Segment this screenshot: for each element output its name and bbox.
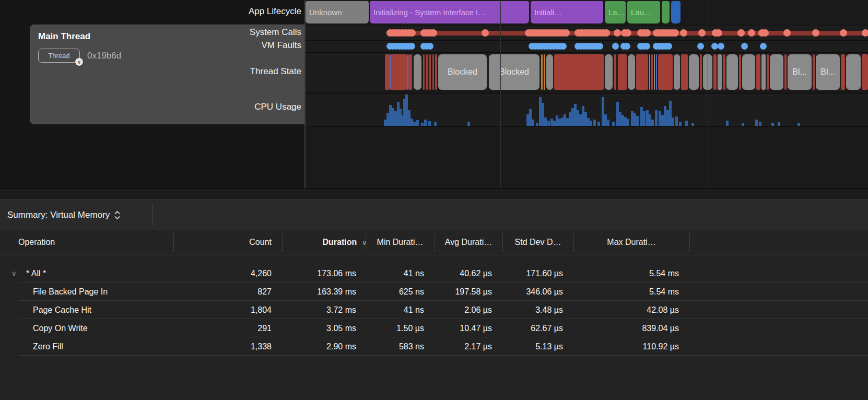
thread-state-segment[interactable] — [767, 54, 769, 90]
system-calls-track[interactable] — [306, 26, 868, 40]
lifecycle-segment[interactable]: La… — [605, 1, 626, 23]
column-header-op[interactable]: Operation — [18, 230, 55, 255]
disclosure-chevron-icon[interactable]: ∨ — [11, 264, 17, 283]
lifecycle-segment[interactable] — [662, 1, 670, 23]
thread-state-segment[interactable] — [770, 54, 783, 90]
thread-state-segment[interactable] — [846, 54, 861, 90]
thread-state-segment[interactable] — [674, 54, 680, 90]
cpu-usage-bar — [590, 121, 592, 126]
lifecycle-segment[interactable]: Unknown — [306, 1, 369, 23]
thread-state-segment[interactable] — [435, 54, 437, 90]
thread-state-segment[interactable] — [718, 54, 722, 90]
thread-state-segment[interactable] — [756, 54, 760, 90]
vm-faults-track[interactable] — [306, 40, 868, 53]
thread-state-segment[interactable] — [628, 54, 635, 90]
thread-state-segment[interactable] — [605, 54, 613, 90]
thread-state-segment[interactable] — [429, 54, 431, 90]
cpu-usage-bar — [413, 122, 416, 126]
system-call-dot — [643, 29, 651, 37]
thread-state-track-label: Thread State — [250, 66, 301, 77]
cell-min-duration: 1.50 µs — [396, 319, 424, 337]
cpu-usage-track[interactable] — [306, 93, 868, 127]
thread-state-segment[interactable] — [546, 54, 553, 90]
timeline: UnknownInitializing - System Interface I… — [306, 0, 868, 189]
column-header-label: Operation — [18, 238, 55, 246]
thread-state-segment[interactable] — [618, 54, 627, 90]
thread-state-segment[interactable] — [544, 54, 545, 90]
cell-count: 1,804 — [251, 301, 272, 319]
table-row[interactable]: ∨* All *4,260173.06 ms41 ns40.62 µs171.6… — [0, 264, 868, 283]
column-header-duration[interactable]: Duration∨ — [322, 230, 367, 255]
column-header-max[interactable]: Max Durati… — [573, 230, 689, 255]
lifecycle-segment[interactable] — [671, 1, 681, 23]
thread-state-segment[interactable] — [426, 54, 428, 90]
thread-state-segment[interactable] — [723, 54, 725, 90]
column-header-std[interactable]: Std Dev D… — [502, 230, 573, 255]
thread-state-segment[interactable] — [391, 54, 407, 90]
thread-state-segment[interactable] — [742, 54, 755, 90]
thread-state-segment[interactable] — [636, 54, 648, 90]
thread-state-segment[interactable] — [689, 54, 699, 90]
thread-state-segment[interactable] — [761, 54, 766, 90]
table-row[interactable]: File Backed Page In827163.39 ms625 ns197… — [0, 283, 868, 301]
thread-state-blocked-segment[interactable]: Bl... — [788, 54, 812, 90]
cpu-usage-bar — [636, 116, 639, 126]
thread-state-segment[interactable] — [541, 54, 543, 90]
cell-duration: 2.90 ms — [326, 337, 356, 356]
thread-state-track[interactable]: BlockedBlockedBl...Bl... — [306, 53, 868, 91]
thread-filter-dropdown[interactable]: Thread — [38, 49, 80, 63]
thread-state-segment[interactable] — [656, 54, 657, 90]
thread-state-segment[interactable] — [658, 54, 673, 90]
thread-state-segment[interactable] — [739, 54, 741, 90]
lifecycle-segment[interactable]: Initializing - System Interface I… — [370, 1, 529, 23]
thread-state-segment[interactable] — [651, 54, 653, 90]
thread-state-segment[interactable] — [681, 54, 688, 90]
column-header-min[interactable]: Min Durati… — [366, 230, 435, 255]
track-header-divider — [304, 0, 306, 189]
thread-state-blocked-segment[interactable]: Bl... — [816, 54, 840, 90]
thread-state-blocked-segment[interactable]: Blocked — [438, 54, 487, 90]
system-call-dot — [562, 29, 570, 37]
system-call-dot — [672, 29, 679, 37]
thread-state-blocked-segment[interactable]: Blocked — [489, 54, 539, 90]
table-row[interactable]: Zero Fill1,3382.90 ms583 ns2.17 µs5.13 µ… — [0, 337, 868, 356]
thread-state-segment[interactable] — [423, 54, 425, 90]
vm-fault-dot — [624, 43, 630, 50]
detail-view-selector[interactable]: Summary: Virtual Memory — [7, 200, 120, 230]
vm-fault-dot — [560, 43, 567, 50]
thread-state-segment[interactable] — [813, 54, 815, 90]
thread-state-segment[interactable] — [385, 54, 390, 90]
cpu-usage-bar — [643, 111, 646, 126]
lifecycle-segment[interactable]: Initiali… — [531, 1, 603, 23]
column-header-label: Max Durati… — [607, 238, 655, 246]
app-lifecycle-track[interactable]: UnknownInitializing - System Interface I… — [306, 1, 868, 24]
thread-state-segment[interactable] — [432, 54, 434, 90]
thread-state-segment[interactable] — [614, 54, 616, 90]
column-header-avg[interactable]: Avg Durati… — [435, 230, 502, 255]
column-header-count[interactable]: Count — [249, 230, 272, 255]
system-call-dot — [680, 29, 687, 37]
vm-fault-dot — [741, 43, 748, 50]
thread-state-segment[interactable] — [408, 54, 412, 90]
cpu-usage-bar — [627, 119, 629, 126]
thread-state-segment[interactable] — [784, 54, 787, 90]
system-call-dot — [715, 29, 722, 37]
thread-state-segment[interactable] — [414, 54, 421, 90]
thread-state-segment[interactable] — [649, 54, 650, 90]
thread-state-segment[interactable] — [554, 54, 604, 90]
vm-fault-dot — [697, 43, 704, 50]
cpu-usage-bar — [771, 123, 774, 126]
table-row[interactable]: Copy On Write2913.05 ms1.50 µs10.47 µs62… — [0, 319, 868, 337]
table-row[interactable]: Page Cache Hit1,8043.72 ms41 ns2.06 µs3.… — [0, 301, 868, 319]
thread-state-segment[interactable] — [713, 54, 717, 90]
chevron-down-icon[interactable]: ∨ — [75, 58, 83, 66]
cell-operation: File Backed Page In — [33, 283, 108, 301]
thread-state-segment[interactable] — [654, 54, 655, 90]
cpu-usage-bar — [428, 121, 431, 126]
cpu-usage-bar — [593, 120, 596, 126]
thread-state-segment[interactable] — [841, 54, 845, 90]
lifecycle-segment[interactable]: Lau… — [627, 1, 660, 23]
thread-state-segment[interactable] — [862, 54, 868, 90]
thread-state-segment[interactable] — [726, 54, 738, 90]
thread-state-segment[interactable] — [700, 54, 702, 90]
